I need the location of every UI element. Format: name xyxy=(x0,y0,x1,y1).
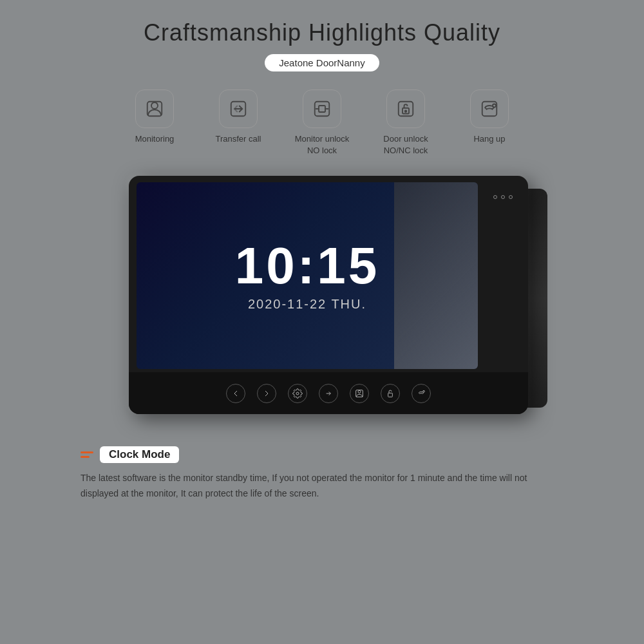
door-unlock-label: Door unlockNO/NC lock xyxy=(383,133,428,156)
page-wrapper: Craftsmanship Highlights Quality Jeatone… xyxy=(0,0,644,644)
features-row: Monitoring Transfer call xyxy=(26,90,618,156)
page-title: Craftsmanship Highlights Quality xyxy=(144,19,500,46)
side-panel xyxy=(485,182,520,369)
feature-door-unlock: Door unlockNO/NC lock xyxy=(377,90,435,156)
clock-time: 10:15 xyxy=(235,240,380,292)
svg-rect-14 xyxy=(356,390,363,397)
clock-mode-icon xyxy=(80,451,93,458)
ctrl-settings-btn[interactable] xyxy=(288,384,307,403)
back-icon xyxy=(231,388,241,399)
svg-point-13 xyxy=(358,390,361,393)
ctrl-unlock-btn[interactable] xyxy=(381,384,400,403)
device-body: 10:15 2020-11-22 THU. xyxy=(129,176,528,414)
icon-line-top xyxy=(80,451,93,453)
monitoring-icon-box xyxy=(135,90,174,128)
ctrl-transfer-icon xyxy=(323,388,334,399)
svg-point-0 xyxy=(151,102,158,109)
feature-hang-up: Hang up xyxy=(460,90,518,156)
device-container: 10:15 2020-11-22 THU. xyxy=(97,176,547,427)
svg-rect-15 xyxy=(388,393,393,397)
bottom-section: Clock Mode The latest software is the mo… xyxy=(80,446,564,502)
ctrl-back-btn[interactable] xyxy=(226,384,245,403)
icon-line-bottom xyxy=(80,456,90,458)
transfer-icon xyxy=(229,99,248,118)
svg-point-12 xyxy=(296,392,299,395)
ctrl-monitor-icon xyxy=(354,388,365,399)
ctrl-forward-btn[interactable] xyxy=(257,384,276,403)
settings-icon xyxy=(292,388,303,399)
feature-monitoring: Monitoring xyxy=(126,90,184,156)
dot-2 xyxy=(509,195,513,199)
clock-date: 2020-11-22 THU. xyxy=(248,297,366,312)
device-screen: 10:15 2020-11-22 THU. xyxy=(137,182,478,369)
monitor-unlock-icon-box xyxy=(303,90,341,128)
ctrl-monitor-btn[interactable] xyxy=(350,384,369,403)
feature-monitor-unlock: Monitor unlockNO lock xyxy=(293,90,351,156)
transfer-call-icon-box xyxy=(219,90,258,128)
ctrl-unlock-icon xyxy=(385,388,395,399)
svg-point-16 xyxy=(423,390,425,392)
transfer-call-label: Transfer call xyxy=(215,133,261,145)
clock-mode-header: Clock Mode xyxy=(80,446,564,463)
ctrl-hangup-icon xyxy=(416,388,426,399)
monitor-unlock-label: Monitor unlockNO lock xyxy=(295,133,350,156)
dot-1 xyxy=(501,195,505,199)
person-icon xyxy=(145,99,164,118)
svg-rect-4 xyxy=(319,106,325,112)
clock-mode-description: The latest software is the monitor stand… xyxy=(80,471,564,502)
feature-transfer-call: Transfer call xyxy=(209,90,267,156)
svg-point-11 xyxy=(493,104,496,108)
hang-up-label: Hang up xyxy=(473,133,505,145)
door-unlock-icon-box xyxy=(386,90,425,128)
camera-overlay xyxy=(394,182,478,369)
ctrl-hangup-btn[interactable] xyxy=(412,384,431,403)
clock-mode-label: Clock Mode xyxy=(100,446,179,463)
door-unlock-icon xyxy=(396,99,415,118)
hang-up-icon xyxy=(480,99,499,118)
forward-icon xyxy=(261,388,272,399)
brand-badge: Jeatone DoorNanny xyxy=(265,54,379,71)
ctrl-transfer-btn[interactable] xyxy=(319,384,338,403)
svg-point-9 xyxy=(405,111,407,113)
monitoring-label: Monitoring xyxy=(135,133,175,145)
side-dots xyxy=(493,195,513,199)
control-bar xyxy=(129,372,528,414)
monitor-unlock-icon xyxy=(312,99,332,118)
dot-0 xyxy=(493,195,497,199)
hang-up-icon-box xyxy=(470,90,509,128)
